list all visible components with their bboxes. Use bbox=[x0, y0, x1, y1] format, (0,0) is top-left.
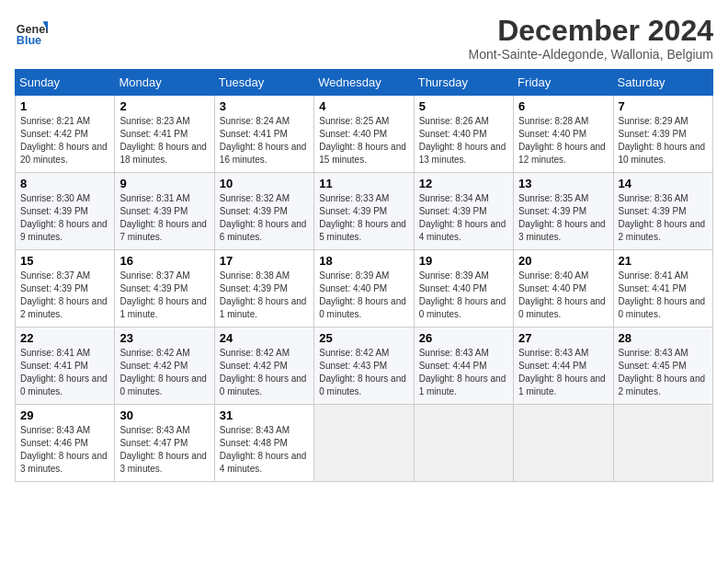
day-detail: Sunrise: 8:31 AMSunset: 4:39 PMDaylight:… bbox=[119, 193, 207, 242]
day-number: 6 bbox=[518, 99, 608, 113]
calendar-day-cell: 9 Sunrise: 8:31 AMSunset: 4:39 PMDayligh… bbox=[115, 173, 214, 250]
day-number: 21 bbox=[619, 254, 708, 268]
day-detail: Sunrise: 8:34 AMSunset: 4:39 PMDaylight:… bbox=[419, 193, 506, 242]
day-number: 14 bbox=[619, 177, 708, 190]
calendar-day-cell: 18 Sunrise: 8:39 AMSunset: 4:40 PMDaylig… bbox=[314, 250, 414, 327]
day-detail: Sunrise: 8:38 AMSunset: 4:39 PMDaylight:… bbox=[220, 270, 307, 319]
calendar-day-cell: 21 Sunrise: 8:41 AMSunset: 4:41 PMDaylig… bbox=[613, 250, 712, 327]
day-detail: Sunrise: 8:28 AMSunset: 4:40 PMDaylight:… bbox=[518, 116, 606, 165]
day-number: 11 bbox=[319, 177, 408, 190]
day-detail: Sunrise: 8:43 AMSunset: 4:48 PMDaylight:… bbox=[220, 425, 307, 474]
calendar-day-cell: 5 Sunrise: 8:26 AMSunset: 4:40 PMDayligh… bbox=[414, 96, 513, 173]
calendar-day-cell bbox=[613, 405, 712, 482]
day-number: 1 bbox=[20, 99, 109, 113]
calendar-day-cell: 29 Sunrise: 8:43 AMSunset: 4:46 PMDaylig… bbox=[16, 405, 115, 482]
calendar-day-cell: 26 Sunrise: 8:43 AMSunset: 4:44 PMDaylig… bbox=[414, 327, 513, 405]
calendar-day-cell: 11 Sunrise: 8:33 AMSunset: 4:39 PMDaylig… bbox=[314, 173, 414, 250]
calendar-day-cell: 31 Sunrise: 8:43 AMSunset: 4:48 PMDaylig… bbox=[214, 405, 313, 482]
day-number: 18 bbox=[319, 254, 408, 268]
day-detail: Sunrise: 8:23 AMSunset: 4:41 PMDaylight:… bbox=[119, 116, 207, 165]
day-number: 31 bbox=[220, 408, 309, 422]
day-number: 19 bbox=[419, 254, 508, 268]
day-number: 17 bbox=[220, 254, 309, 268]
day-number: 30 bbox=[119, 408, 209, 422]
day-detail: Sunrise: 8:25 AMSunset: 4:40 PMDaylight:… bbox=[319, 116, 406, 165]
day-detail: Sunrise: 8:35 AMSunset: 4:39 PMDaylight:… bbox=[518, 193, 606, 242]
day-number: 12 bbox=[419, 177, 508, 190]
day-detail: Sunrise: 8:40 AMSunset: 4:40 PMDaylight:… bbox=[518, 270, 606, 319]
calendar-header: SundayMondayTuesdayWednesdayThursdayFrid… bbox=[16, 70, 713, 96]
day-detail: Sunrise: 8:36 AMSunset: 4:39 PMDaylight:… bbox=[619, 193, 706, 242]
day-number: 26 bbox=[419, 331, 508, 345]
day-number: 24 bbox=[220, 331, 309, 345]
day-detail: Sunrise: 8:37 AMSunset: 4:39 PMDaylight:… bbox=[119, 270, 207, 319]
day-number: 23 bbox=[119, 331, 209, 345]
day-detail: Sunrise: 8:30 AMSunset: 4:39 PMDaylight:… bbox=[20, 193, 108, 242]
calendar-body: 1 Sunrise: 8:21 AMSunset: 4:42 PMDayligh… bbox=[16, 96, 713, 482]
day-detail: Sunrise: 8:41 AMSunset: 4:41 PMDaylight:… bbox=[20, 348, 108, 396]
weekday-header: Sunday bbox=[16, 70, 115, 96]
calendar-day-cell: 23 Sunrise: 8:42 AMSunset: 4:42 PMDaylig… bbox=[115, 327, 214, 405]
day-number: 15 bbox=[20, 254, 109, 268]
day-number: 29 bbox=[20, 408, 109, 422]
title-block: December 2024 Mont-Sainte-Aldegonde, Wal… bbox=[469, 15, 713, 62]
day-detail: Sunrise: 8:39 AMSunset: 4:40 PMDaylight:… bbox=[419, 270, 506, 319]
weekday-header-row: SundayMondayTuesdayWednesdayThursdayFrid… bbox=[16, 70, 713, 96]
day-detail: Sunrise: 8:42 AMSunset: 4:42 PMDaylight:… bbox=[119, 348, 207, 396]
calendar-day-cell: 3 Sunrise: 8:24 AMSunset: 4:41 PMDayligh… bbox=[214, 96, 313, 173]
calendar-day-cell: 15 Sunrise: 8:37 AMSunset: 4:39 PMDaylig… bbox=[16, 250, 115, 327]
calendar-week-row: 22 Sunrise: 8:41 AMSunset: 4:41 PMDaylig… bbox=[16, 327, 713, 405]
page-header: General Blue December 2024 Mont-Sainte-A… bbox=[15, 15, 713, 62]
day-detail: Sunrise: 8:39 AMSunset: 4:40 PMDaylight:… bbox=[319, 270, 406, 319]
calendar-week-row: 15 Sunrise: 8:37 AMSunset: 4:39 PMDaylig… bbox=[16, 250, 713, 327]
day-number: 25 bbox=[319, 331, 408, 345]
day-detail: Sunrise: 8:43 AMSunset: 4:47 PMDaylight:… bbox=[119, 425, 207, 474]
day-number: 28 bbox=[619, 331, 708, 345]
weekday-header: Wednesday bbox=[314, 70, 414, 96]
calendar-day-cell: 8 Sunrise: 8:30 AMSunset: 4:39 PMDayligh… bbox=[16, 173, 115, 250]
day-detail: Sunrise: 8:21 AMSunset: 4:42 PMDaylight:… bbox=[20, 116, 108, 165]
calendar-day-cell: 19 Sunrise: 8:39 AMSunset: 4:40 PMDaylig… bbox=[414, 250, 513, 327]
calendar-day-cell: 20 Sunrise: 8:40 AMSunset: 4:40 PMDaylig… bbox=[514, 250, 613, 327]
day-number: 2 bbox=[119, 99, 209, 113]
calendar-day-cell: 6 Sunrise: 8:28 AMSunset: 4:40 PMDayligh… bbox=[514, 96, 613, 173]
calendar-week-row: 29 Sunrise: 8:43 AMSunset: 4:46 PMDaylig… bbox=[16, 405, 713, 482]
calendar-day-cell: 22 Sunrise: 8:41 AMSunset: 4:41 PMDaylig… bbox=[16, 327, 115, 405]
calendar-day-cell: 1 Sunrise: 8:21 AMSunset: 4:42 PMDayligh… bbox=[16, 96, 115, 173]
calendar-day-cell bbox=[414, 405, 513, 482]
calendar-day-cell: 28 Sunrise: 8:43 AMSunset: 4:45 PMDaylig… bbox=[613, 327, 712, 405]
weekday-header: Thursday bbox=[414, 70, 513, 96]
day-number: 27 bbox=[518, 331, 608, 345]
calendar-day-cell: 27 Sunrise: 8:43 AMSunset: 4:44 PMDaylig… bbox=[514, 327, 613, 405]
calendar-day-cell: 24 Sunrise: 8:42 AMSunset: 4:42 PMDaylig… bbox=[214, 327, 313, 405]
calendar-day-cell: 10 Sunrise: 8:32 AMSunset: 4:39 PMDaylig… bbox=[214, 173, 313, 250]
day-detail: Sunrise: 8:43 AMSunset: 4:46 PMDaylight:… bbox=[20, 425, 108, 474]
calendar-week-row: 8 Sunrise: 8:30 AMSunset: 4:39 PMDayligh… bbox=[16, 173, 713, 250]
day-detail: Sunrise: 8:29 AMSunset: 4:39 PMDaylight:… bbox=[619, 116, 706, 165]
day-detail: Sunrise: 8:24 AMSunset: 4:41 PMDaylight:… bbox=[220, 116, 307, 165]
calendar-table: SundayMondayTuesdayWednesdayThursdayFrid… bbox=[15, 69, 713, 482]
day-detail: Sunrise: 8:26 AMSunset: 4:40 PMDaylight:… bbox=[419, 116, 506, 165]
day-number: 10 bbox=[220, 177, 309, 190]
weekday-header: Monday bbox=[115, 70, 214, 96]
weekday-header: Friday bbox=[514, 70, 613, 96]
location-subtitle: Mont-Sainte-Aldegonde, Wallonia, Belgium bbox=[469, 47, 713, 62]
day-number: 16 bbox=[119, 254, 209, 268]
day-detail: Sunrise: 8:32 AMSunset: 4:39 PMDaylight:… bbox=[220, 193, 307, 242]
day-number: 5 bbox=[419, 99, 508, 113]
calendar-day-cell: 25 Sunrise: 8:42 AMSunset: 4:43 PMDaylig… bbox=[314, 327, 414, 405]
day-number: 13 bbox=[518, 177, 608, 190]
logo-icon: General Blue bbox=[15, 15, 48, 48]
calendar-day-cell bbox=[514, 405, 613, 482]
calendar-day-cell: 30 Sunrise: 8:43 AMSunset: 4:47 PMDaylig… bbox=[115, 405, 214, 482]
day-detail: Sunrise: 8:43 AMSunset: 4:44 PMDaylight:… bbox=[419, 348, 506, 396]
day-number: 9 bbox=[119, 177, 209, 190]
day-detail: Sunrise: 8:37 AMSunset: 4:39 PMDaylight:… bbox=[20, 270, 108, 319]
day-detail: Sunrise: 8:43 AMSunset: 4:45 PMDaylight:… bbox=[619, 348, 706, 396]
day-number: 22 bbox=[20, 331, 109, 345]
day-number: 3 bbox=[220, 99, 309, 113]
calendar-day-cell: 14 Sunrise: 8:36 AMSunset: 4:39 PMDaylig… bbox=[613, 173, 712, 250]
calendar-day-cell bbox=[314, 405, 414, 482]
day-number: 20 bbox=[518, 254, 608, 268]
calendar-day-cell: 16 Sunrise: 8:37 AMSunset: 4:39 PMDaylig… bbox=[115, 250, 214, 327]
